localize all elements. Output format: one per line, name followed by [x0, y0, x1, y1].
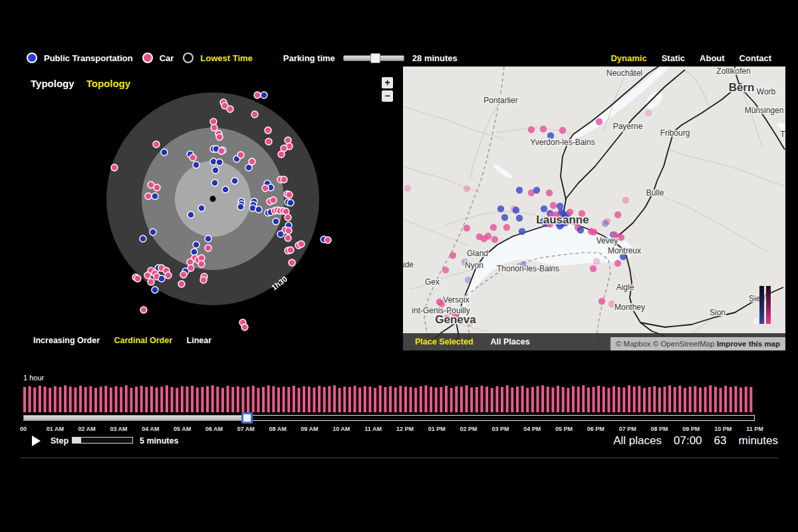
radial-point-car[interactable]: [165, 272, 172, 279]
histogram-bar[interactable]: [470, 388, 473, 412]
step-slider[interactable]: [72, 437, 133, 444]
nav-about[interactable]: About: [700, 53, 725, 63]
map-point-transit[interactable]: [533, 187, 540, 194]
histogram-bar[interactable]: [333, 385, 336, 412]
histogram-bar[interactable]: [298, 388, 301, 412]
map-point-car[interactable]: [622, 197, 629, 203]
histogram-bar[interactable]: [511, 388, 513, 412]
radial-point-car[interactable]: [286, 192, 293, 198]
legend-car[interactable]: Car: [142, 53, 174, 63]
histogram-bar[interactable]: [358, 388, 361, 412]
map-point-car[interactable]: [490, 224, 497, 231]
histogram-bar[interactable]: [150, 386, 153, 412]
radial-point-transit[interactable]: [193, 241, 200, 248]
histogram-bar[interactable]: [100, 386, 102, 412]
histogram-bar[interactable]: [49, 388, 51, 412]
histogram-bar[interactable]: [678, 386, 681, 412]
histogram-bar[interactable]: [537, 386, 539, 412]
radial-point-car[interactable]: [227, 106, 233, 112]
radial-point-transit[interactable]: [255, 206, 262, 213]
radial-point-transit[interactable]: [216, 159, 223, 166]
histogram-bar[interactable]: [394, 388, 397, 412]
improve-map-link[interactable]: Improve this map: [717, 340, 780, 348]
radial-point-car[interactable]: [298, 241, 305, 247]
histogram-bar[interactable]: [308, 386, 311, 412]
histogram-bar[interactable]: [191, 386, 194, 412]
histogram-bar[interactable]: [445, 386, 448, 412]
histogram-bar[interactable]: [206, 386, 209, 412]
radial-point-car[interactable]: [325, 237, 331, 243]
histogram-bar[interactable]: [734, 386, 737, 412]
map-point-car[interactable]: [590, 265, 597, 272]
histogram-bar[interactable]: [287, 387, 290, 412]
histogram-bar[interactable]: [354, 386, 356, 412]
time-histogram[interactable]: [20, 383, 758, 412]
tab-topology[interactable]: Topology: [86, 78, 130, 89]
histogram-bar[interactable]: [521, 386, 524, 412]
histogram-bar[interactable]: [440, 387, 442, 412]
radial-point-transit[interactable]: [198, 205, 205, 211]
histogram-bar[interactable]: [607, 388, 610, 412]
time-slider[interactable]: [23, 415, 755, 421]
histogram-bar[interactable]: [348, 387, 351, 412]
map-point-transit[interactable]: [465, 277, 471, 283]
histogram-bar[interactable]: [460, 386, 463, 412]
radial-point-car[interactable]: [249, 158, 255, 165]
radial-point-car[interactable]: [285, 137, 291, 144]
histogram-bar[interactable]: [125, 385, 128, 412]
map-point-car[interactable]: [550, 202, 557, 209]
histogram-bar[interactable]: [262, 387, 265, 412]
radial-point-car[interactable]: [265, 138, 272, 145]
histogram-bar[interactable]: [120, 387, 122, 412]
histogram-bar[interactable]: [466, 385, 468, 412]
radial-point-car[interactable]: [285, 235, 291, 241]
histogram-bar[interactable]: [495, 386, 498, 412]
radial-point-car[interactable]: [180, 271, 187, 278]
map-point-transit[interactable]: [513, 207, 519, 213]
radial-point-transit[interactable]: [261, 92, 267, 98]
histogram-bar[interactable]: [84, 387, 87, 412]
order-linear[interactable]: Linear: [187, 336, 212, 345]
radial-point-car[interactable]: [287, 247, 294, 253]
histogram-bar[interactable]: [526, 388, 529, 412]
radial-point-car[interactable]: [154, 184, 160, 191]
all-places-toggle[interactable]: All Places: [491, 337, 530, 346]
map-point-car[interactable]: [546, 190, 553, 196]
zoom-out-button[interactable]: −: [382, 90, 393, 102]
histogram-bar[interactable]: [435, 388, 438, 412]
radial-point-car[interactable]: [265, 127, 271, 134]
map-point-car[interactable]: [450, 252, 456, 259]
radial-point-car[interactable]: [270, 197, 277, 203]
radial-point-car[interactable]: [145, 193, 152, 200]
histogram-bar[interactable]: [186, 386, 188, 412]
histogram-bar[interactable]: [216, 386, 219, 412]
histogram-bar[interactable]: [582, 385, 585, 412]
map-point-car[interactable]: [404, 185, 411, 192]
histogram-bar[interactable]: [704, 387, 707, 412]
radial-point-car[interactable]: [178, 281, 185, 287]
histogram-bar[interactable]: [622, 388, 625, 412]
histogram-bar[interactable]: [404, 386, 407, 412]
histogram-bar[interactable]: [709, 385, 712, 412]
map-point-transit[interactable]: [602, 220, 608, 227]
map-point-car[interactable]: [591, 229, 597, 235]
histogram-bar[interactable]: [33, 388, 36, 412]
map-point-transit[interactable]: [519, 228, 525, 235]
parking-slider-handle[interactable]: [370, 53, 380, 63]
histogram-bar[interactable]: [252, 386, 255, 412]
histogram-bar[interactable]: [241, 388, 244, 412]
histogram-bar[interactable]: [364, 386, 366, 412]
radial-point-transit[interactable]: [205, 235, 211, 242]
histogram-bar[interactable]: [171, 387, 174, 412]
radial-point-transit[interactable]: [273, 218, 279, 225]
histogram-bar[interactable]: [481, 386, 483, 412]
histogram-bar[interactable]: [653, 386, 656, 412]
histogram-bar[interactable]: [506, 385, 509, 412]
histogram-bar[interactable]: [181, 386, 184, 412]
histogram-bar[interactable]: [602, 386, 605, 412]
radial-point-transit[interactable]: [140, 235, 146, 242]
histogram-bar[interactable]: [491, 388, 493, 412]
histogram-bar[interactable]: [135, 386, 138, 412]
radial-point-car[interactable]: [237, 152, 244, 158]
histogram-bar[interactable]: [516, 386, 519, 412]
